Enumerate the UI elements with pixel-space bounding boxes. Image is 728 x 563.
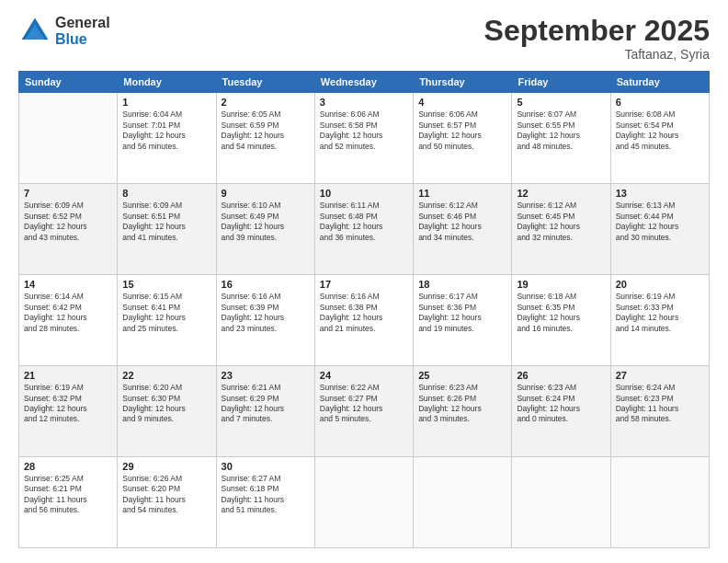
logo-text: General Blue xyxy=(55,15,110,48)
day-number: 14 xyxy=(24,279,112,290)
day-number: 23 xyxy=(222,370,310,381)
day-number: 29 xyxy=(122,461,210,472)
week-row-1: 1Sunrise: 6:04 AM Sunset: 7:01 PM Daylig… xyxy=(19,93,710,184)
day-info: Sunrise: 6:08 AM Sunset: 6:54 PM Dayligh… xyxy=(616,109,704,152)
day-cell: 16Sunrise: 6:16 AM Sunset: 6:39 PM Dayli… xyxy=(216,275,314,366)
day-info: Sunrise: 6:23 AM Sunset: 6:26 PM Dayligh… xyxy=(418,383,506,425)
day-info: Sunrise: 6:24 AM Sunset: 6:23 PM Dayligh… xyxy=(616,383,704,425)
week-row-5: 28Sunrise: 6:25 AM Sunset: 6:21 PM Dayli… xyxy=(19,457,710,548)
day-number: 11 xyxy=(418,188,506,199)
day-cell: 7Sunrise: 6:09 AM Sunset: 6:52 PM Daylig… xyxy=(19,184,118,275)
day-number: 27 xyxy=(616,370,704,381)
day-number: 2 xyxy=(222,97,310,108)
header: General Blue September 2025 Taftanaz, Sy… xyxy=(18,15,710,62)
day-info: Sunrise: 6:27 AM Sunset: 6:18 PM Dayligh… xyxy=(222,474,310,516)
day-header-sunday: Sunday xyxy=(19,72,118,93)
day-number: 7 xyxy=(24,188,112,199)
day-number: 21 xyxy=(24,370,112,381)
day-cell: 13Sunrise: 6:13 AM Sunset: 6:44 PM Dayli… xyxy=(610,184,709,275)
day-header-wednesday: Wednesday xyxy=(314,72,413,93)
day-info: Sunrise: 6:26 AM Sunset: 6:20 PM Dayligh… xyxy=(122,474,210,516)
day-info: Sunrise: 6:22 AM Sunset: 6:27 PM Dayligh… xyxy=(320,383,408,425)
day-header-saturday: Saturday xyxy=(610,72,709,93)
day-number: 1 xyxy=(122,97,210,108)
day-info: Sunrise: 6:10 AM Sunset: 6:49 PM Dayligh… xyxy=(222,201,310,243)
day-number: 9 xyxy=(222,188,310,199)
day-cell: 27Sunrise: 6:24 AM Sunset: 6:23 PM Dayli… xyxy=(610,366,709,457)
day-cell: 24Sunrise: 6:22 AM Sunset: 6:27 PM Dayli… xyxy=(314,366,413,457)
day-number: 17 xyxy=(320,279,408,290)
day-number: 5 xyxy=(517,97,605,108)
day-number: 26 xyxy=(517,370,605,381)
day-info: Sunrise: 6:13 AM Sunset: 6:44 PM Dayligh… xyxy=(616,201,704,243)
day-header-thursday: Thursday xyxy=(414,72,512,93)
day-cell: 9Sunrise: 6:10 AM Sunset: 6:49 PM Daylig… xyxy=(216,184,314,275)
day-number: 8 xyxy=(122,188,210,199)
day-info: Sunrise: 6:11 AM Sunset: 6:48 PM Dayligh… xyxy=(320,201,408,243)
day-info: Sunrise: 6:16 AM Sunset: 6:39 PM Dayligh… xyxy=(222,292,310,334)
day-cell: 22Sunrise: 6:20 AM Sunset: 6:30 PM Dayli… xyxy=(118,366,216,457)
day-number: 20 xyxy=(616,279,704,290)
day-cell xyxy=(512,457,610,548)
day-cell: 21Sunrise: 6:19 AM Sunset: 6:32 PM Dayli… xyxy=(19,366,118,457)
calendar: SundayMondayTuesdayWednesdayThursdayFrid… xyxy=(18,71,710,548)
day-cell xyxy=(314,457,413,548)
day-cell: 10Sunrise: 6:11 AM Sunset: 6:48 PM Dayli… xyxy=(314,184,413,275)
day-cell: 26Sunrise: 6:23 AM Sunset: 6:24 PM Dayli… xyxy=(512,366,610,457)
day-cell: 11Sunrise: 6:12 AM Sunset: 6:46 PM Dayli… xyxy=(414,184,512,275)
day-number: 10 xyxy=(320,188,408,199)
day-number: 22 xyxy=(122,370,210,381)
week-row-4: 21Sunrise: 6:19 AM Sunset: 6:32 PM Dayli… xyxy=(19,366,710,457)
day-cell xyxy=(610,457,709,548)
day-number: 18 xyxy=(418,279,506,290)
logo: General Blue xyxy=(18,15,110,48)
week-row-2: 7Sunrise: 6:09 AM Sunset: 6:52 PM Daylig… xyxy=(19,184,710,275)
day-info: Sunrise: 6:06 AM Sunset: 6:58 PM Dayligh… xyxy=(320,109,408,152)
day-info: Sunrise: 6:04 AM Sunset: 7:01 PM Dayligh… xyxy=(122,109,210,152)
day-cell: 23Sunrise: 6:21 AM Sunset: 6:29 PM Dayli… xyxy=(216,366,314,457)
day-cell: 20Sunrise: 6:19 AM Sunset: 6:33 PM Dayli… xyxy=(610,275,709,366)
day-number: 28 xyxy=(24,461,112,472)
day-cell: 1Sunrise: 6:04 AM Sunset: 7:01 PM Daylig… xyxy=(118,93,216,184)
day-number: 4 xyxy=(418,97,506,108)
day-info: Sunrise: 6:19 AM Sunset: 6:33 PM Dayligh… xyxy=(616,292,704,334)
week-row-3: 14Sunrise: 6:14 AM Sunset: 6:42 PM Dayli… xyxy=(19,275,710,366)
day-info: Sunrise: 6:05 AM Sunset: 6:59 PM Dayligh… xyxy=(222,109,310,152)
day-info: Sunrise: 6:06 AM Sunset: 6:57 PM Dayligh… xyxy=(418,109,506,152)
day-cell: 4Sunrise: 6:06 AM Sunset: 6:57 PM Daylig… xyxy=(414,93,512,184)
day-info: Sunrise: 6:12 AM Sunset: 6:46 PM Dayligh… xyxy=(418,201,506,243)
day-cell: 18Sunrise: 6:17 AM Sunset: 6:36 PM Dayli… xyxy=(414,275,512,366)
day-header-tuesday: Tuesday xyxy=(216,72,314,93)
day-number: 19 xyxy=(517,279,605,290)
day-info: Sunrise: 6:18 AM Sunset: 6:35 PM Dayligh… xyxy=(517,292,605,334)
day-info: Sunrise: 6:16 AM Sunset: 6:38 PM Dayligh… xyxy=(320,292,408,334)
day-number: 24 xyxy=(320,370,408,381)
day-info: Sunrise: 6:09 AM Sunset: 6:52 PM Dayligh… xyxy=(24,201,112,243)
day-number: 30 xyxy=(222,461,310,472)
logo-icon xyxy=(18,15,51,48)
day-cell: 2Sunrise: 6:05 AM Sunset: 6:59 PM Daylig… xyxy=(216,93,314,184)
day-number: 3 xyxy=(320,97,408,108)
day-number: 16 xyxy=(222,279,310,290)
location: Taftanaz, Syria xyxy=(484,47,710,62)
day-cell: 29Sunrise: 6:26 AM Sunset: 6:20 PM Dayli… xyxy=(118,457,216,548)
day-cell: 6Sunrise: 6:08 AM Sunset: 6:54 PM Daylig… xyxy=(610,93,709,184)
day-info: Sunrise: 6:14 AM Sunset: 6:42 PM Dayligh… xyxy=(24,292,112,334)
day-cell: 8Sunrise: 6:09 AM Sunset: 6:51 PM Daylig… xyxy=(118,184,216,275)
day-info: Sunrise: 6:09 AM Sunset: 6:51 PM Dayligh… xyxy=(122,201,210,243)
day-cell xyxy=(414,457,512,548)
day-info: Sunrise: 6:15 AM Sunset: 6:41 PM Dayligh… xyxy=(122,292,210,334)
day-cell: 3Sunrise: 6:06 AM Sunset: 6:58 PM Daylig… xyxy=(314,93,413,184)
day-info: Sunrise: 6:20 AM Sunset: 6:30 PM Dayligh… xyxy=(122,383,210,425)
day-cell: 5Sunrise: 6:07 AM Sunset: 6:55 PM Daylig… xyxy=(512,93,610,184)
day-cell: 19Sunrise: 6:18 AM Sunset: 6:35 PM Dayli… xyxy=(512,275,610,366)
day-number: 25 xyxy=(418,370,506,381)
day-info: Sunrise: 6:07 AM Sunset: 6:55 PM Dayligh… xyxy=(517,109,605,152)
day-cell: 25Sunrise: 6:23 AM Sunset: 6:26 PM Dayli… xyxy=(414,366,512,457)
day-header-friday: Friday xyxy=(512,72,610,93)
calendar-header-row: SundayMondayTuesdayWednesdayThursdayFrid… xyxy=(19,72,710,93)
day-cell: 15Sunrise: 6:15 AM Sunset: 6:41 PM Dayli… xyxy=(118,275,216,366)
day-cell: 30Sunrise: 6:27 AM Sunset: 6:18 PM Dayli… xyxy=(216,457,314,548)
day-info: Sunrise: 6:12 AM Sunset: 6:45 PM Dayligh… xyxy=(517,201,605,243)
day-info: Sunrise: 6:21 AM Sunset: 6:29 PM Dayligh… xyxy=(222,383,310,425)
